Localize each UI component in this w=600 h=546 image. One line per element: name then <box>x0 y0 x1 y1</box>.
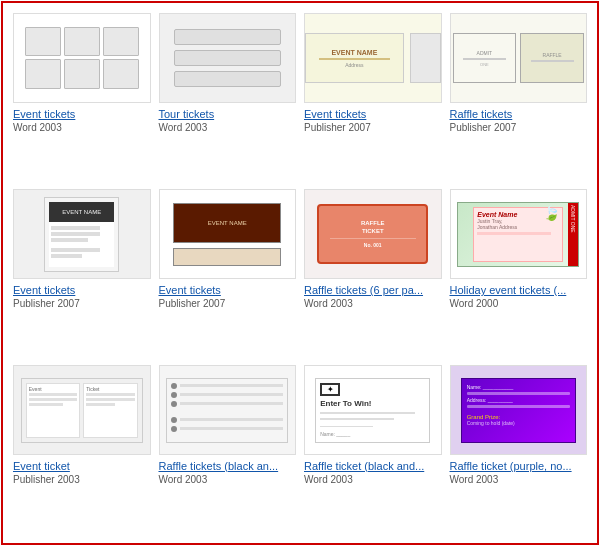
thumbnail: RAFFLETICKET No. 001 <box>304 189 442 279</box>
list-item[interactable]: EVENT NAME Event tickets Publisher 2007 <box>13 189 151 357</box>
item-title: Raffle tickets (6 per pa... <box>304 283 423 297</box>
item-title: Raffle ticket (black and... <box>304 459 424 473</box>
item-sub: Publisher 2007 <box>450 121 517 134</box>
list-item[interactable]: Event Name Justin Tray,Jonathan Address … <box>450 189 588 357</box>
item-sub: Publisher 2007 <box>304 121 371 134</box>
thumbnail <box>159 13 297 103</box>
item-sub: Word 2003 <box>450 473 499 486</box>
list-item[interactable]: ✦ Enter To Win! Name: _____ Raffle ticke… <box>304 365 442 533</box>
list-item[interactable]: Event Ticket Event ticket Publisher 2003 <box>13 365 151 533</box>
list-item[interactable]: ADMIT ONE RAFFLE Raffle tickets Publishe… <box>450 13 588 181</box>
thumbnail: EVENT NAME <box>159 189 297 279</box>
thumbnail: Event Ticket <box>13 365 151 455</box>
item-title: Holiday event tickets (... <box>450 283 567 297</box>
item-title: Tour tickets <box>159 107 215 121</box>
item-sub: Word 2003 <box>13 121 62 134</box>
item-sub: Publisher 2007 <box>13 297 80 310</box>
list-item[interactable]: Raffle tickets (black an... Word 2003 <box>159 365 297 533</box>
template-gallery: Event tickets Word 2003 Tour tickets Wor… <box>1 1 599 545</box>
item-sub: Word 2003 <box>304 297 353 310</box>
thumbnail: EVENT NAME <box>13 189 151 279</box>
thumbnail <box>159 365 297 455</box>
item-sub: Word 2003 <box>304 473 353 486</box>
item-title: Event tickets <box>304 107 366 121</box>
thumbnail: EVENT NAME Address <box>304 13 442 103</box>
thumbnail: Name: ___________ Address: _________ Gra… <box>450 365 588 455</box>
list-item[interactable]: EVENT NAME Event tickets Publisher 2007 <box>159 189 297 357</box>
item-title: Event tickets <box>13 283 75 297</box>
thumbnail <box>13 13 151 103</box>
item-sub: Word 2000 <box>450 297 499 310</box>
item-title: Raffle ticket (purple, no... <box>450 459 572 473</box>
item-title: Event tickets <box>159 283 221 297</box>
item-title: Raffle tickets (black an... <box>159 459 279 473</box>
list-item[interactable]: Name: ___________ Address: _________ Gra… <box>450 365 588 533</box>
item-title: Raffle tickets <box>450 107 513 121</box>
list-item[interactable]: Tour tickets Word 2003 <box>159 13 297 181</box>
list-item[interactable]: RAFFLETICKET No. 001 Raffle tickets (6 p… <box>304 189 442 357</box>
item-sub: Publisher 2007 <box>159 297 226 310</box>
item-title: Event tickets <box>13 107 75 121</box>
item-sub: Publisher 2003 <box>13 473 80 486</box>
thumbnail: Event Name Justin Tray,Jonathan Address … <box>450 189 588 279</box>
thumbnail: ADMIT ONE RAFFLE <box>450 13 588 103</box>
item-sub: Word 2003 <box>159 121 208 134</box>
list-item[interactable]: Event tickets Word 2003 <box>13 13 151 181</box>
item-title: Event ticket <box>13 459 70 473</box>
list-item[interactable]: EVENT NAME Address Event tickets Publish… <box>304 13 442 181</box>
item-sub: Word 2003 <box>159 473 208 486</box>
thumbnail: ✦ Enter To Win! Name: _____ <box>304 365 442 455</box>
